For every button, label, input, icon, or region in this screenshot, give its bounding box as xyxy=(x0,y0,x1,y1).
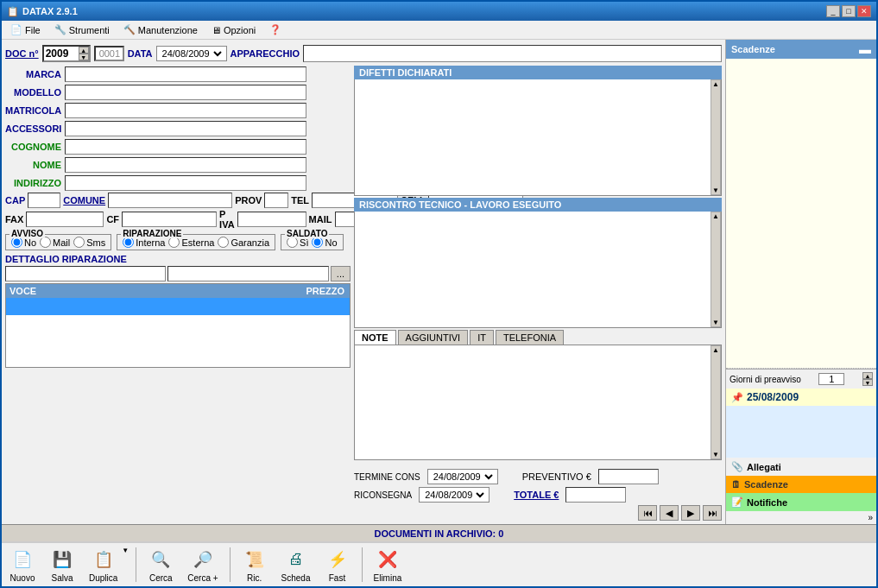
title-bar-left: 📋 DATAX 2.9.1 xyxy=(7,6,78,17)
doc-spin-up[interactable]: ▲ xyxy=(79,47,89,54)
notes-textarea[interactable] xyxy=(355,345,711,459)
cerca-plus-button[interactable]: 🔎 Cerca + xyxy=(183,545,222,585)
modello-label: MODELLO xyxy=(5,87,61,98)
tab-note[interactable]: NOTE xyxy=(354,330,396,345)
menu-strumenti[interactable]: 🔧 Strumenti xyxy=(49,22,115,37)
prov-input[interactable] xyxy=(264,193,288,208)
accessori-input[interactable] xyxy=(65,121,306,136)
riparazione-group: RIPARAZIONE Interna Esterna Garanzia xyxy=(117,234,275,250)
preventivo-label: PREVENTIVO € xyxy=(522,471,591,482)
nuovo-button[interactable]: 📄 Nuovo xyxy=(5,545,40,585)
menu-file[interactable]: 📄 File xyxy=(5,22,46,37)
doc-label: DOC n° xyxy=(5,48,39,59)
tel-label: TEL xyxy=(291,195,309,205)
comune-input[interactable] xyxy=(108,193,232,208)
nav-last-button[interactable]: ⏭ xyxy=(703,505,722,521)
menu-manutenzione[interactable]: 🔨 Manutenzione xyxy=(118,22,203,37)
app-icon: 📋 xyxy=(7,6,19,17)
difetti-textarea[interactable] xyxy=(355,79,711,195)
notes-scrollbar[interactable]: ▲ ▼ xyxy=(711,345,721,459)
scadenze-title: Scadenze ▬ xyxy=(726,40,876,59)
expand-button[interactable]: » xyxy=(726,511,876,524)
maximize-button[interactable]: □ xyxy=(842,5,856,17)
scadenze-minimize-icon[interactable]: ▬ xyxy=(859,42,871,56)
riconsegna-dropdown[interactable]: 24/08/2009 xyxy=(421,489,487,501)
mail-label: MAIL xyxy=(309,214,332,224)
dettaglio-add-button[interactable]: ... xyxy=(331,266,351,281)
avviso-group: AVVISO No Mail Sms xyxy=(5,234,111,250)
cap-input[interactable] xyxy=(28,193,60,208)
tab-aggiuntivi[interactable]: AGGIUNTIVI xyxy=(398,330,469,345)
notes-scroll-down-icon[interactable]: ▼ xyxy=(712,451,719,458)
termine-dropdown[interactable]: 24/08/2009 xyxy=(430,471,496,483)
notes-scroll-up-icon[interactable]: ▲ xyxy=(712,346,719,354)
data-select[interactable]: 24/08/2009 xyxy=(156,46,227,61)
cf-input[interactable] xyxy=(122,212,217,227)
duplica-arrow-icon[interactable]: ▼ xyxy=(122,547,129,554)
nav-first-button[interactable]: ⏮ xyxy=(638,505,657,521)
cerca-plus-label: Cerca + xyxy=(187,573,218,583)
nome-input[interactable] xyxy=(65,157,306,173)
dettaglio-search-input[interactable] xyxy=(5,266,166,281)
modello-input[interactable] xyxy=(65,85,306,100)
riscontro-scroll-down-icon[interactable]: ▼ xyxy=(712,319,719,326)
duplica-button[interactable]: 📋 Duplica xyxy=(85,545,122,585)
data-dropdown[interactable]: 24/08/2009 xyxy=(159,47,224,60)
close-button[interactable]: ✕ xyxy=(857,5,871,17)
indirizzo-input[interactable] xyxy=(65,175,306,191)
avviso-sms-radio[interactable]: Sms xyxy=(73,237,105,248)
scroll-up-icon[interactable]: ▲ xyxy=(712,80,719,88)
doc-number-input[interactable] xyxy=(44,47,79,60)
preventivo-input[interactable] xyxy=(598,469,659,484)
riscontro-scroll-up-icon[interactable]: ▲ xyxy=(712,212,719,220)
termine-select[interactable]: 24/08/2009 xyxy=(427,469,498,484)
marca-row: MARCA xyxy=(5,66,351,82)
riscontro-header: RISCONTRO TECNICO - LAVORO ESEGUITO xyxy=(354,198,722,212)
apparecchio-input[interactable] xyxy=(303,45,722,62)
tab-telefonia[interactable]: TELEFONIA xyxy=(496,330,564,345)
riconsegna-select[interactable]: 24/08/2009 xyxy=(419,487,490,503)
scadenza-date: 25/08/2009 xyxy=(747,391,799,403)
cerca-button[interactable]: 🔍 Cerca xyxy=(143,545,178,585)
fax-input[interactable] xyxy=(26,212,104,227)
fast-button[interactable]: ⚡ Fast xyxy=(320,545,355,585)
nav-prev-button[interactable]: ◀ xyxy=(660,505,679,521)
scadenze-body xyxy=(726,59,876,368)
options-row: AVVISO No Mail Sms RIPARAZIONE Interna E… xyxy=(5,234,351,250)
cognome-label: COGNOME xyxy=(5,142,61,152)
menu-opzioni[interactable]: 🖥 Opzioni xyxy=(206,23,261,37)
elimina-button[interactable]: ❌ Elimina xyxy=(370,545,407,585)
salva-button[interactable]: 💾 Salva xyxy=(45,545,79,585)
cognome-row: COGNOME xyxy=(5,139,351,155)
menu-help[interactable]: ❓ xyxy=(264,22,287,37)
nuovo-label: Nuovo xyxy=(10,573,35,583)
notes-section: NOTE AGGIUNTIVI IT TELEFONIA ▲ ▼ xyxy=(354,330,722,460)
toolbar: 📄 Nuovo 💾 Salva 📋 Duplica ▼ 🔍 Cerca 🔎 Ce… xyxy=(2,541,876,586)
ric-button[interactable]: 📜 Ric. xyxy=(237,545,272,585)
marca-input[interactable] xyxy=(65,66,306,82)
tab-it[interactable]: IT xyxy=(470,330,494,345)
piva-input[interactable] xyxy=(237,212,306,227)
dettaglio-search2-input[interactable] xyxy=(167,266,328,281)
file-icon: 📄 xyxy=(10,24,22,35)
riscontro-textarea[interactable] xyxy=(355,212,711,327)
giorni-up-button[interactable]: ▲ xyxy=(862,372,873,379)
scroll-down-icon[interactable]: ▼ xyxy=(712,187,719,194)
table-selected-row[interactable] xyxy=(6,298,350,315)
giorni-down-button[interactable]: ▼ xyxy=(862,379,873,386)
notifiche-button[interactable]: 📝 Notifiche xyxy=(726,493,876,511)
doc-spin-down[interactable]: ▼ xyxy=(79,54,89,60)
giorni-input[interactable] xyxy=(818,373,844,385)
riparazione-garanzia-radio[interactable]: Garanzia xyxy=(218,237,269,248)
scheda-button[interactable]: 🖨 Scheda xyxy=(277,545,315,585)
cognome-input[interactable] xyxy=(65,139,306,155)
allegati-button[interactable]: 📎 Allegati xyxy=(726,458,876,476)
nav-next-button[interactable]: ▶ xyxy=(681,505,700,521)
scadenze-button[interactable]: 🗓 Scadenze xyxy=(726,476,876,493)
riscontro-scrollbar[interactable]: ▲ ▼ xyxy=(711,212,721,327)
minimize-button[interactable]: _ xyxy=(826,5,840,17)
matricola-input[interactable] xyxy=(65,103,306,118)
difetti-scrollbar[interactable]: ▲ ▼ xyxy=(711,79,721,195)
totale-input[interactable] xyxy=(565,487,626,503)
cf-label: CF xyxy=(106,214,119,224)
